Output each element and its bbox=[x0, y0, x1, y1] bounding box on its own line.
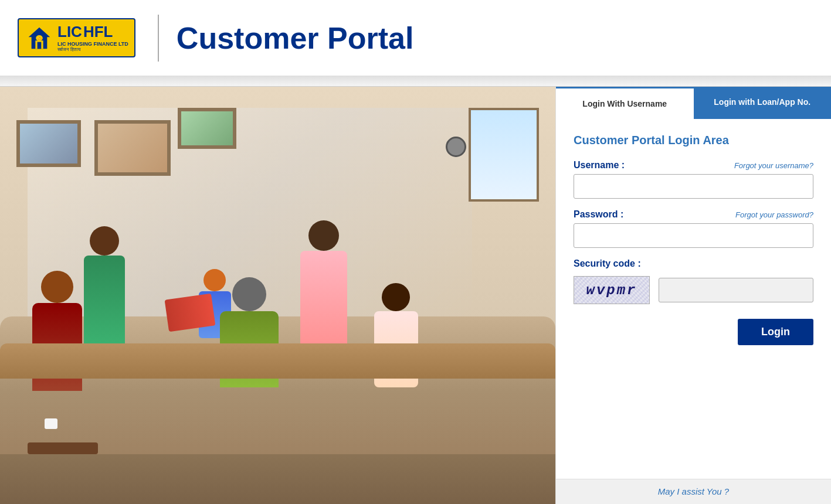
portal-title: Customer Portal bbox=[177, 21, 414, 56]
forgot-password-link[interactable]: Forgot your password? bbox=[735, 210, 813, 219]
header: 🤝 LIC HFL LIC HOUSING FINANCE LTD सर्वजन… bbox=[0, 0, 831, 76]
logo-text-group: LIC HFL LIC HOUSING FINANCE LTD सर्वजन ह… bbox=[57, 23, 128, 53]
tab-loan[interactable]: Login with Loan/App No. bbox=[694, 87, 832, 119]
captcha-input[interactable] bbox=[659, 278, 813, 302]
login-form: Customer Portal Login Area Username : Fo… bbox=[556, 119, 831, 479]
login-panel: Login With Username Login with Loan/App … bbox=[555, 87, 831, 504]
window bbox=[469, 108, 539, 202]
assist-bar: May I assist You ? bbox=[556, 479, 831, 504]
assist-text[interactable]: May I assist You ? bbox=[658, 486, 729, 496]
password-row: Password : Forgot your password? bbox=[574, 209, 813, 220]
security-code-label: Security code : bbox=[574, 258, 813, 269]
logo-area: 🤝 LIC HFL LIC HOUSING FINANCE LTD सर्वजन… bbox=[18, 15, 413, 62]
sofa-back bbox=[0, 343, 555, 379]
tab-bar: Login With Username Login with Loan/App … bbox=[556, 87, 831, 119]
password-input[interactable] bbox=[574, 223, 813, 248]
sub-header-bar bbox=[0, 76, 831, 87]
logo-box: 🤝 LIC HFL LIC HOUSING FINANCE LTD सर्वजन… bbox=[18, 18, 135, 57]
portal-title-word1: Customer bbox=[177, 21, 319, 55]
forgot-username-link[interactable]: Forgot your username? bbox=[734, 161, 813, 170]
family-scene bbox=[0, 87, 555, 504]
main-content: Login With Username Login with Loan/App … bbox=[0, 87, 831, 504]
book bbox=[165, 294, 216, 332]
tab-username[interactable]: Login With Username bbox=[556, 87, 694, 119]
header-divider bbox=[158, 15, 159, 62]
lic-house-icon: 🤝 bbox=[25, 23, 54, 53]
logo-lic: LIC bbox=[57, 23, 82, 41]
button-row: Login bbox=[574, 319, 813, 354]
security-code-row: wvpmr bbox=[574, 276, 813, 304]
captcha-text: wvpmr bbox=[586, 282, 637, 298]
wall-frame-2 bbox=[94, 120, 171, 176]
username-input[interactable] bbox=[574, 174, 813, 199]
logo-tagline: सर्वजन हिताय bbox=[57, 47, 128, 53]
portal-title-word2: Portal bbox=[327, 21, 413, 55]
coffee-cup bbox=[45, 418, 57, 429]
logo-hfl: HFL bbox=[83, 23, 113, 41]
login-area-title: Customer Portal Login Area bbox=[574, 134, 813, 147]
logo-full-name: LIC HOUSING FINANCE LTD bbox=[57, 41, 128, 47]
password-label: Password : bbox=[574, 209, 623, 220]
username-label: Username : bbox=[574, 160, 625, 171]
hero-image-area bbox=[0, 87, 555, 504]
coffee-table bbox=[28, 442, 98, 454]
login-button[interactable]: Login bbox=[738, 319, 813, 345]
svg-rect-3 bbox=[38, 42, 42, 49]
captcha-image: wvpmr bbox=[574, 276, 650, 304]
wall-frame-1 bbox=[16, 120, 81, 167]
wall-frame-3 bbox=[178, 108, 236, 149]
floor bbox=[0, 454, 555, 504]
username-row: Username : Forgot your username? bbox=[574, 160, 813, 171]
svg-text:🤝: 🤝 bbox=[37, 36, 43, 41]
